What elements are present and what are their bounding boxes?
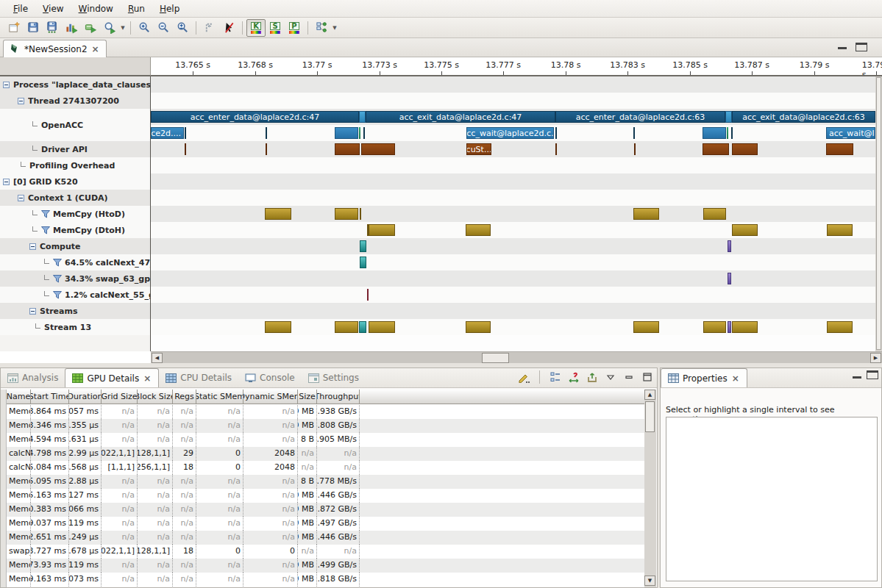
tree-row-stream-13[interactable]: Stream 13	[0, 319, 150, 335]
timeline-interval-tick[interactable]	[732, 224, 758, 236]
minimize-icon[interactable]	[622, 370, 636, 384]
collapse-toggle-icon[interactable]	[3, 179, 10, 185]
column-header-block-size[interactable]: Block Size	[138, 390, 173, 404]
tree-row-64-5-calcnext-47-[interactable]: 64.5% calcNext_47_...	[0, 254, 150, 270]
resize-columns-icon[interactable]	[567, 370, 580, 384]
timeline-interval-tick[interactable]	[728, 240, 731, 252]
colorize-kernels-button[interactable]: K	[246, 19, 266, 37]
snap-ruler-icon[interactable]	[200, 19, 219, 37]
timeline-interval-tick[interactable]	[728, 273, 731, 284]
timeline-interval-tick[interactable]	[360, 257, 366, 268]
maximize-icon[interactable]	[856, 43, 867, 51]
menu-file[interactable]: File	[6, 1, 35, 16]
save-session-icon[interactable]	[24, 19, 43, 37]
timeline-interval[interactable]: acc_exit_data@laplace2d.c:47	[366, 111, 555, 123]
analysis-tree-icon-dropdown[interactable]: ▼	[331, 19, 338, 37]
timeline-hscrollbar[interactable]: ◀ ▶	[151, 351, 882, 363]
timeline-interval-tick[interactable]	[703, 143, 729, 155]
table-row[interactable]: Memcpy153.346 ms952.355 µsn/an/an/an/an/…	[7, 419, 645, 433]
timeline-interval-tick[interactable]	[703, 127, 726, 139]
export-icon[interactable]	[586, 370, 599, 384]
column-header-name[interactable]: Name	[7, 390, 31, 404]
timeline-interval-tick[interactable]	[727, 127, 728, 139]
maximize-icon[interactable]	[641, 370, 654, 384]
close-icon[interactable]: ×	[143, 373, 152, 384]
tree-row-1-2-calcnext-55-g-[interactable]: 1.2% calcNext_55_g...	[0, 287, 150, 303]
column-header-start-time[interactable]: Start Time	[31, 390, 69, 404]
tree-row-34-3-swap-63-gpu[interactable]: 34.3% swap_63_gpu	[0, 270, 150, 287]
column-header-dynamic-smem[interactable]: Dynamic SMem	[243, 390, 298, 404]
timeline-interval-tick[interactable]	[827, 321, 853, 333]
timeline-interval-tick[interactable]	[725, 111, 732, 123]
column-header-size[interactable]: Size	[298, 390, 317, 404]
timeline-interval-tick[interactable]	[466, 224, 491, 236]
tree-row-compute[interactable]: Compute	[0, 238, 150, 254]
tree-row-profiling-overhead[interactable]: Profiling Overhead	[0, 157, 150, 173]
timeline-interval-tick[interactable]	[266, 127, 267, 139]
table-vscrollbar[interactable]: ▲ ▼	[644, 390, 656, 587]
tab-analysis[interactable]: Analysis	[1, 368, 65, 387]
table-row[interactable]: Memcpy169.037 ms1.119 msn/an/an/an/an/a8…	[7, 517, 645, 531]
timeline-interval-tick[interactable]	[633, 127, 635, 139]
column-header-static-smem[interactable]: Static SMem	[196, 390, 243, 404]
timeline-interval-tick[interactable]	[466, 321, 491, 333]
view-menu-chevron-icon[interactable]	[604, 370, 617, 384]
save-as-icon[interactable]	[43, 19, 62, 37]
tree-row-thread-2741307200[interactable]: Thread 2741307200	[0, 93, 150, 109]
tree-row-driver-api[interactable]: Driver API	[0, 141, 150, 157]
menu-window[interactable]: Window	[71, 1, 121, 16]
timeline-interval-tick[interactable]	[728, 321, 731, 333]
column-header-throughput[interactable]: Throughput	[317, 390, 360, 404]
hscroll-thumb[interactable]	[482, 353, 509, 363]
timeline-interval-tick[interactable]	[335, 143, 360, 155]
table-row[interactable]: Memcpy154.594 ms1.631 µsn/an/an/an/an/a8…	[7, 433, 645, 447]
tab-properties[interactable]: Properties ×	[661, 368, 747, 387]
timeline-interval-tick[interactable]	[360, 240, 366, 252]
timeline-interval-tick[interactable]	[633, 208, 659, 220]
timeline-interval-tick[interactable]	[703, 208, 726, 220]
session-tab[interactable]: *NewSession2 ×	[3, 40, 107, 57]
table-row[interactable]: Memcpy155.095 ms2.88 µsn/an/an/an/an/a8 …	[7, 475, 645, 489]
close-icon[interactable]: ×	[731, 373, 740, 384]
timeline-interval-tick[interactable]	[361, 143, 395, 155]
filter-pencil-icon[interactable]	[517, 370, 530, 384]
timeline-interval[interactable]: cuSt...	[466, 143, 491, 155]
tree-row-memcpy-htod-[interactable]: MemCpy (HtoD)	[0, 206, 150, 222]
tree-row-context-1-cuda-[interactable]: Context 1 (CUDA)	[0, 190, 150, 206]
tree-row-memcpy-dtoh-[interactable]: MemCpy (DtoH)	[0, 222, 150, 238]
timeline-interval-tick[interactable]	[360, 208, 361, 220]
collapse-toggle-icon[interactable]	[29, 243, 36, 250]
timeline-interval-tick[interactable]	[555, 143, 557, 155]
analysis-tree-icon[interactable]	[312, 19, 331, 37]
tree-row-openacc[interactable]: OpenACC	[0, 109, 150, 141]
timeline-canvas[interactable]: acc_enter_data@laplace2d.c:47acc_exit_da…	[151, 76, 875, 351]
collapse-toggle-icon[interactable]	[29, 308, 36, 315]
table-row[interactable]: Memcpy179.163 ms1.073 msn/an/an/an/an/a8…	[7, 573, 645, 587]
column-header-duration[interactable]: Duration	[69, 390, 102, 404]
timeline-interval[interactable]: acc_exit_data@laplace2d.c:63	[732, 111, 875, 123]
menu-view[interactable]: View	[35, 1, 71, 16]
close-icon[interactable]: ×	[91, 44, 100, 54]
colorize-processes-button[interactable]: P	[285, 19, 304, 37]
layout-options-icon[interactable]	[549, 370, 562, 384]
timeline-interval-tick[interactable]	[266, 143, 267, 155]
timeline-interval[interactable]: acc_wait@lap	[826, 127, 875, 139]
timeline-interval-tick[interactable]	[826, 143, 853, 155]
timeline-interval-tick[interactable]	[265, 208, 291, 220]
tree-row--0-grid-k520[interactable]: [0] GRID K520	[0, 173, 150, 190]
vscroll-thumb[interactable]	[876, 77, 881, 350]
timeline-interval-tick[interactable]	[633, 321, 659, 333]
collapse-toggle-icon[interactable]	[18, 195, 24, 201]
timeline-interval-tick[interactable]	[359, 127, 360, 139]
timeline-interval-tick[interactable]	[265, 321, 291, 333]
timeline-interval-tick[interactable]	[732, 321, 758, 333]
run-application-icon[interactable]	[81, 19, 100, 37]
timeline-interval-tick[interactable]	[703, 321, 726, 333]
table-scroll-thumb[interactable]	[645, 401, 655, 432]
table-row[interactable]: Memcpy160.383 ms1.066 msn/an/an/an/an/a8…	[7, 503, 645, 517]
tab-gpu-details[interactable]: GPU Details×	[65, 368, 159, 387]
scroll-left-icon[interactable]: ◀	[152, 353, 163, 363]
tree-row-process-laplace-data-clauses[interactable]: Process "laplace_data_clauses 10...	[0, 76, 150, 93]
tab-cpu-details[interactable]: CPU Details	[159, 368, 238, 387]
timeline-interval-tick[interactable]	[185, 143, 186, 155]
